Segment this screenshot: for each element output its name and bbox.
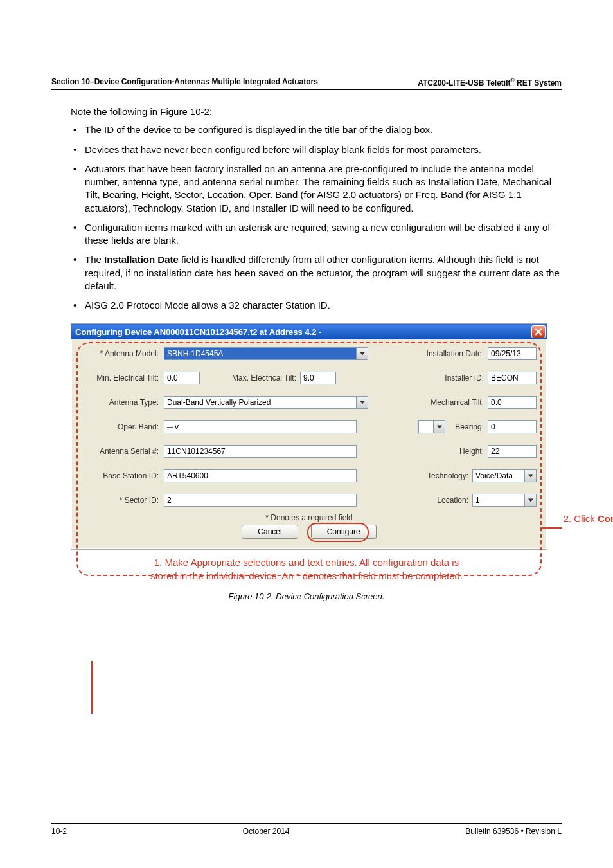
bullet-item: Devices that have never been configured …: [71, 143, 562, 156]
figure-caption: Figure 10-2. Device Configuration Screen…: [51, 592, 562, 601]
page-footer: 10-2 October 2014 Bulletin 639536 • Revi…: [51, 823, 562, 836]
header-right: ATC200-LITE-USB Teletilt® RET System: [418, 77, 562, 87]
section-header: Section 10–Device Configuration-Antennas…: [51, 77, 562, 90]
bullet-item: Actuators that have been factory install…: [71, 163, 562, 215]
body-text: Note the following in Figure 10-2: The I…: [71, 105, 562, 312]
cancel-button[interactable]: Cancel: [242, 525, 298, 539]
leader-line-1: [91, 661, 93, 714]
bullet-list: The ID of the device to be configured is…: [71, 123, 562, 312]
footer-left: 10-2: [51, 827, 67, 836]
dialog-titlebar: Configuring Device AN000011CN101234567.t…: [71, 324, 547, 339]
header-left: Section 10–Device Configuration-Antennas…: [51, 77, 318, 87]
dialog-title: Configuring Device AN000011CN101234567.t…: [75, 327, 321, 337]
close-button[interactable]: [531, 325, 546, 338]
bullet-item: AISG 2.0 Protocol Mode allows a 32 chara…: [71, 299, 562, 312]
footer-right: Bulletin 639536 • Revision L: [465, 827, 562, 836]
config-dialog: Configuring Device AN000011CN101234567.t…: [71, 323, 547, 550]
bullet-item: The ID of the device to be configured is…: [71, 123, 562, 136]
intro-line: Note the following in Figure 10-2:: [71, 105, 562, 118]
leader-line: [540, 527, 562, 529]
close-icon: [535, 328, 542, 336]
configure-button[interactable]: Configure: [311, 525, 377, 539]
footer-center: October 2014: [243, 827, 290, 836]
callout-2: 2. Click Configure.: [564, 513, 613, 524]
highlight-dash-box: [76, 342, 542, 576]
bullet-item: The Installation Date field is handled d…: [71, 253, 562, 293]
bullet-item: Configuration items marked with an aster…: [71, 221, 562, 248]
oper-band-field[interactable]: v: [164, 420, 357, 433]
